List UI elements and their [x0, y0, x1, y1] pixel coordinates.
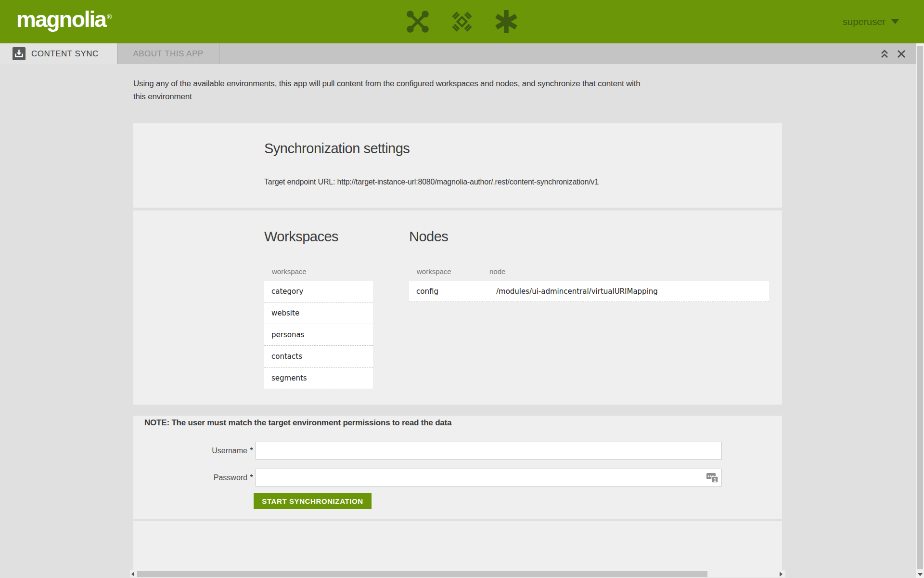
- horizontal-scroll-thumb[interactable]: [137, 571, 707, 577]
- password-manager-icon[interactable]: 1: [706, 472, 720, 484]
- workspaces-title: Workspaces: [264, 229, 338, 245]
- password-field[interactable]: [256, 469, 722, 486]
- scroll-left-icon[interactable]: [131, 572, 134, 577]
- scroll-right-icon[interactable]: [780, 572, 783, 577]
- tab-content-sync[interactable]: CONTENT SYNC: [0, 43, 117, 64]
- sync-settings-title: Synchronization settings: [264, 141, 410, 157]
- tabbar-controls: [880, 43, 916, 64]
- favorites-icon[interactable]: [495, 10, 518, 33]
- nodes-column-header-workspace: workspace: [417, 267, 451, 276]
- workspace-row[interactable]: website: [264, 302, 373, 324]
- sync-settings-panel: Synchronization settings Target endpoint…: [133, 123, 782, 208]
- workspace-cell: contacts: [264, 352, 302, 361]
- nodes-table: config /modules/ui-admincentral/virtualU…: [409, 281, 769, 302]
- start-synchronization-button[interactable]: START SYNCHRONIZATION: [254, 493, 372, 509]
- workspace-cell: segments: [264, 374, 307, 382]
- workspace-row[interactable]: category: [264, 281, 373, 302]
- user-name: superuser: [843, 16, 886, 27]
- app-header: magnolia®: [0, 0, 924, 43]
- workspace-cell: personas: [264, 330, 304, 339]
- permissions-note: NOTE: The user must match the target env…: [144, 418, 451, 428]
- username-field[interactable]: [256, 442, 722, 460]
- target-endpoint-url: Target endpoint URL: http://target-insta…: [264, 178, 599, 186]
- vertical-scrollbar[interactable]: [916, 43, 924, 578]
- credentials-panel: NOTE: The user must match the target env…: [133, 416, 782, 519]
- workspace-row[interactable]: segments: [264, 368, 373, 389]
- tab-about-label: ABOUT THIS APP: [133, 49, 203, 59]
- required-asterisk: *: [247, 446, 256, 456]
- node-path-cell: /modules/ui-admincentral/virtualURIMappi…: [489, 287, 658, 296]
- connections-icon[interactable]: [406, 10, 429, 33]
- empty-panel: [133, 521, 782, 570]
- username-row: Username *: [144, 442, 722, 460]
- nodes-column-header-node: node: [489, 267, 505, 276]
- shell-icon-bar: [0, 0, 924, 43]
- workspaces-column-header: workspace: [272, 267, 307, 276]
- chevron-down-icon: [891, 19, 899, 24]
- workspace-cell: website: [264, 309, 299, 317]
- scroll-down-icon[interactable]: [918, 573, 923, 576]
- user-menu[interactable]: superuser: [843, 0, 899, 43]
- username-label: Username: [144, 447, 247, 455]
- workspace-cell: category: [264, 287, 303, 296]
- workspaces-nodes-panel: Workspaces workspace category website pe…: [133, 210, 782, 405]
- tab-bar: CONTENT SYNC ABOUT THIS APP: [0, 43, 916, 64]
- tab-content-sync-label: CONTENT SYNC: [31, 49, 99, 59]
- collapse-icon[interactable]: [880, 49, 889, 59]
- download-icon: [13, 47, 26, 60]
- close-icon[interactable]: [897, 50, 906, 58]
- app-description: Using any of the available environments,…: [133, 77, 648, 103]
- svg-text:1: 1: [714, 477, 717, 483]
- app-content: Using any of the available environments,…: [133, 64, 782, 578]
- pulse-icon[interactable]: [450, 10, 474, 33]
- node-workspace-cell: config: [409, 287, 489, 296]
- password-label: Password: [144, 473, 247, 482]
- vertical-scroll-thumb[interactable]: [917, 46, 923, 569]
- workspaces-table: category website personas contacts segme…: [264, 281, 373, 389]
- tab-about-this-app[interactable]: ABOUT THIS APP: [117, 43, 219, 64]
- nodes-title: Nodes: [409, 229, 448, 245]
- workspace-row[interactable]: personas: [264, 324, 373, 346]
- password-row: Password * 1: [144, 469, 722, 486]
- node-row[interactable]: config /modules/ui-admincentral/virtualU…: [409, 281, 769, 302]
- horizontal-scrollbar[interactable]: [130, 570, 785, 578]
- workspace-row[interactable]: contacts: [264, 346, 373, 368]
- required-asterisk: *: [247, 473, 256, 483]
